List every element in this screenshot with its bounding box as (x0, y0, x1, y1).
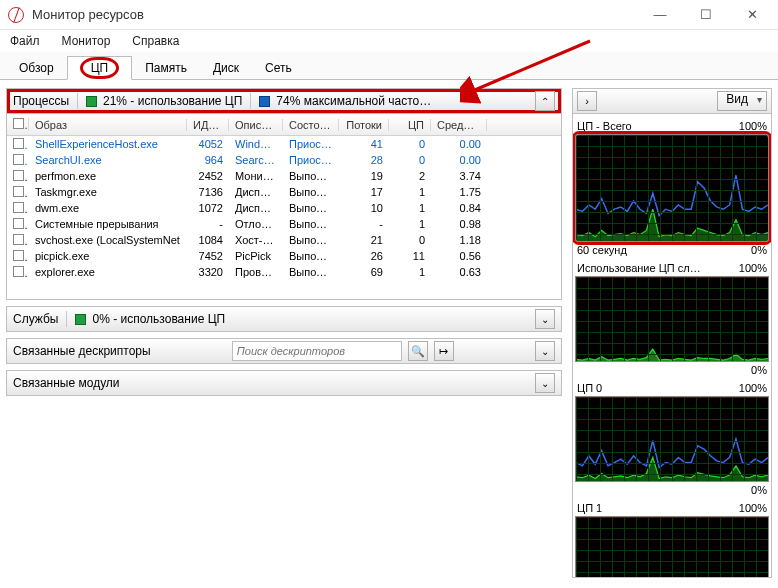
row-checkbox[interactable] (13, 266, 24, 277)
handles-panel-header[interactable]: Связанные дескрипторы 🔍 ↦ ⌄ (6, 338, 562, 364)
modules-panel-header[interactable]: Связанные модули ⌄ (6, 370, 562, 396)
cell-cpu: 2 (389, 170, 431, 182)
col-avg[interactable]: Средн… (431, 119, 487, 131)
handle-search-input[interactable] (232, 341, 402, 361)
col-pid[interactable]: ИД п… (187, 119, 229, 131)
table-row[interactable]: SearchUI.exe964Search …Приос…2800.00 (7, 152, 561, 168)
cell-cpu: 0 (389, 138, 431, 150)
cell-threads: 26 (339, 250, 389, 262)
cell-cpu: 1 (389, 266, 431, 278)
services-panel-header[interactable]: Службы 0% - использование ЦП ⌄ (6, 306, 562, 332)
cell-image: Taskmgr.exe (29, 186, 187, 198)
graph-title: ЦП 0 (577, 382, 602, 394)
menu-file[interactable]: Файл (6, 32, 44, 50)
row-checkbox[interactable] (13, 250, 24, 261)
cell-status: Выпол… (283, 186, 339, 198)
tab-memory[interactable]: Память (132, 56, 200, 80)
search-button[interactable]: 🔍 (408, 341, 428, 361)
col-checkbox[interactable] (7, 118, 29, 131)
cell-threads: - (339, 218, 389, 230)
table-row[interactable]: svchost.exe (LocalSystemNet1084Хост-п…Вы… (7, 232, 561, 248)
row-checkbox[interactable] (13, 138, 24, 149)
graph-scale-bottom: 0% (751, 244, 767, 256)
search-next-button[interactable]: ↦ (434, 341, 454, 361)
minimize-button[interactable]: — (646, 7, 674, 22)
max-freq-chip: 74% максимальной часто… (259, 94, 431, 108)
processes-table: Образ ИД п… Описа… Состоя… Потоки ЦП Сре… (6, 114, 562, 300)
col-threads[interactable]: Потоки (339, 119, 389, 131)
close-button[interactable]: ✕ (738, 7, 766, 22)
graph-title: Использование ЦП сл… (577, 262, 701, 274)
cell-pid: 7136 (187, 186, 229, 198)
arrow-right-icon: ↦ (439, 345, 448, 358)
graph-1: Использование ЦП сл…100%0% (575, 260, 769, 378)
services-cpu-chip: 0% - использование ЦП (75, 312, 225, 326)
graph-x-label: 60 секунд (577, 244, 627, 256)
search-icon: 🔍 (411, 345, 425, 358)
cell-avg: 3.74 (431, 170, 487, 182)
row-checkbox[interactable] (13, 234, 24, 245)
processes-table-header: Образ ИД п… Описа… Состоя… Потоки ЦП Сре… (7, 114, 561, 136)
graph-0: ЦП - Всего100%60 секунд0% (575, 118, 769, 258)
cell-desc: Хост-п… (229, 234, 283, 246)
tab-cpu[interactable]: ЦП (67, 56, 133, 80)
row-checkbox[interactable] (13, 218, 24, 229)
processes-panel-header[interactable]: Процессы 21% - использование ЦП 74% макс… (6, 88, 562, 114)
table-row[interactable]: ShellExperienceHost.exe4052Windo…Приос…4… (7, 136, 561, 152)
menu-help[interactable]: Справка (128, 32, 183, 50)
tab-disk[interactable]: Диск (200, 56, 252, 80)
col-image[interactable]: Образ (29, 119, 187, 131)
row-checkbox[interactable] (13, 154, 24, 165)
tab-network[interactable]: Сеть (252, 56, 305, 80)
table-row[interactable]: picpick.exe7452PicPickВыпол…26110.56 (7, 248, 561, 264)
cell-cpu: 11 (389, 250, 431, 262)
modules-expand-button[interactable]: ⌄ (535, 373, 555, 393)
cell-desc: Search … (229, 154, 283, 166)
row-checkbox[interactable] (13, 202, 24, 213)
graph-scale-top: 100% (739, 262, 767, 274)
col-cpu[interactable]: ЦП (389, 119, 431, 131)
handles-title: Связанные дескрипторы (13, 344, 151, 358)
cell-desc: Диспе… (229, 202, 283, 214)
view-select[interactable]: Вид (717, 91, 767, 111)
table-row[interactable]: Системные прерывания-Отлож…Выпол…-10.98 (7, 216, 561, 232)
menu-monitor[interactable]: Монитор (58, 32, 115, 50)
window-titlebar: Монитор ресурсов — ☐ ✕ (0, 0, 778, 30)
row-checkbox[interactable] (13, 170, 24, 181)
tab-overview[interactable]: Обзор (6, 56, 67, 80)
cell-threads: 19 (339, 170, 389, 182)
graph-canvas (575, 396, 769, 482)
graph-scale-top: 100% (739, 120, 767, 132)
table-row[interactable]: dwm.exe1072Диспе…Выпол…1010.84 (7, 200, 561, 216)
graph-scale-top: 100% (739, 382, 767, 394)
cell-pid: 2452 (187, 170, 229, 182)
row-checkbox[interactable] (13, 186, 24, 197)
cell-desc: Отлож… (229, 218, 283, 230)
graph-2: ЦП 0100%0% (575, 380, 769, 498)
cell-desc: Прово… (229, 266, 283, 278)
graph-canvas (575, 276, 769, 362)
cell-pid: 964 (187, 154, 229, 166)
table-row[interactable]: Taskmgr.exe7136Диспе…Выпол…1711.75 (7, 184, 561, 200)
cell-image: Системные прерывания (29, 218, 187, 230)
cell-avg: 0.84 (431, 202, 487, 214)
cell-image: picpick.exe (29, 250, 187, 262)
cell-image: SearchUI.exe (29, 154, 187, 166)
table-row[interactable]: explorer.exe3320Прово…Выпол…6910.63 (7, 264, 561, 280)
graphs-collapse-button[interactable]: › (577, 91, 597, 111)
table-row[interactable]: perfmon.exe2452Монит…Выпол…1923.74 (7, 168, 561, 184)
cell-desc: Windo… (229, 138, 283, 150)
cell-pid: 7452 (187, 250, 229, 262)
processes-collapse-button[interactable]: ⌃ (535, 91, 555, 111)
cell-status: Выпол… (283, 218, 339, 230)
graphs-header: › Вид (572, 88, 772, 114)
col-desc[interactable]: Описа… (229, 119, 283, 131)
col-status[interactable]: Состоя… (283, 119, 339, 131)
graph-scale-bottom: 0% (751, 484, 767, 496)
services-expand-button[interactable]: ⌄ (535, 309, 555, 329)
cell-threads: 28 (339, 154, 389, 166)
handles-expand-button[interactable]: ⌄ (535, 341, 555, 361)
maximize-button[interactable]: ☐ (692, 7, 720, 22)
cell-status: Выпол… (283, 266, 339, 278)
cell-image: explorer.exe (29, 266, 187, 278)
